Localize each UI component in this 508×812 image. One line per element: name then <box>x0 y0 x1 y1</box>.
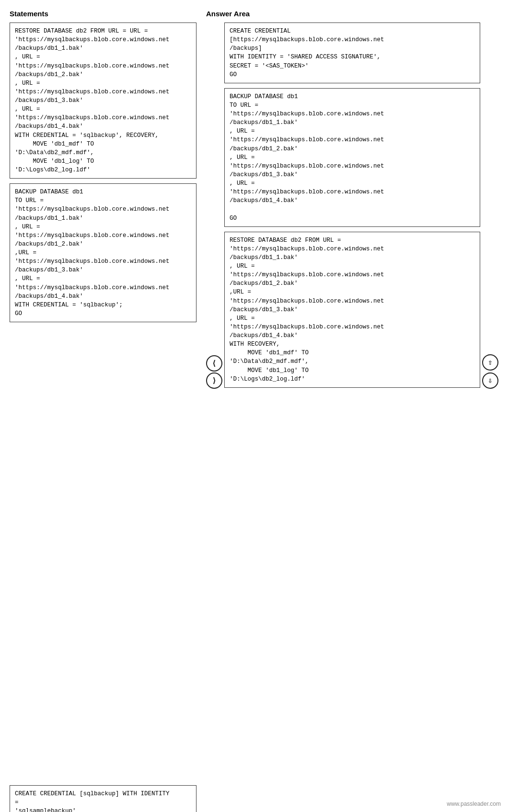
watermark: www.passleader.com <box>447 801 501 807</box>
right-controls: ⇧ ⇩ <box>480 354 498 393</box>
answer-box-3: RESTORE DATABASE db2 FROM URL = 'https:/… <box>224 232 480 388</box>
statements-section: Statements RESTORE DATABASE db2 FROM URL… <box>10 10 196 393</box>
answer-title: Answer Area <box>206 10 498 18</box>
answer-box-2: BACKUP DATABASE db1 TO URL = 'https://my… <box>224 88 480 227</box>
move-right-button[interactable]: ⟩ <box>206 372 222 389</box>
answer-boxes-container: ⟨ ⟩ CREATE CREDENTIAL [https://mysqlback… <box>206 23 498 393</box>
move-up-button[interactable]: ⇧ <box>482 354 498 371</box>
answer-box-1: CREATE CREDENTIAL [https://mysqlbackups.… <box>224 23 480 83</box>
bottom-code-box: CREATE CREDENTIAL [sqlbackup] WITH IDENT… <box>10 785 196 812</box>
left-controls: ⟨ ⟩ <box>206 355 224 393</box>
bottom-section: CREATE CREDENTIAL [sqlbackup] WITH IDENT… <box>0 776 508 812</box>
answer-area-wrapper: ⟨ ⟩ CREATE CREDENTIAL [https://mysqlback… <box>206 23 498 393</box>
statements-title: Statements <box>10 10 196 18</box>
move-left-button[interactable]: ⟨ <box>206 355 222 372</box>
answer-section: Answer Area ⟨ ⟩ CREATE CREDENTIAL [https… <box>206 10 498 393</box>
statement-box-1: RESTORE DATABASE db2 FROM URL = URL = 'h… <box>10 23 196 179</box>
answer-boxes: CREATE CREDENTIAL [https://mysqlbackups.… <box>224 23 480 393</box>
move-down-button[interactable]: ⇩ <box>482 372 498 389</box>
statement-box-2: BACKUP DATABASE db1 TO URL = 'https://my… <box>10 183 196 322</box>
